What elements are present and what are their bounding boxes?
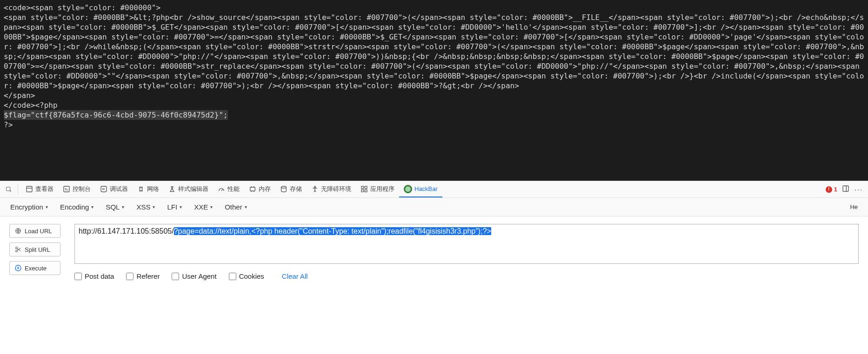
hackbar-body: Load URL Split URL Execute http://61.147… — [0, 216, 868, 354]
menu-label: SQL — [106, 203, 120, 211]
tab-label: 网络 — [147, 185, 159, 193]
tab-performance[interactable]: 性能 — [213, 181, 244, 197]
devtools-panel: 查看器 控制台 调试器 网络 样式编辑器 性能 内存 存储 — [0, 181, 868, 354]
styles-icon — [168, 185, 176, 193]
svg-rect-4 — [250, 187, 255, 191]
tab-inspector[interactable]: 查看器 — [21, 181, 58, 197]
svg-rect-1 — [27, 186, 32, 192]
chevron-down-icon: ▾ — [91, 204, 93, 210]
svg-point-6 — [314, 186, 316, 188]
menu-label: LFI — [167, 203, 177, 211]
accessibility-icon — [311, 185, 319, 193]
cookies-checkbox[interactable]: Cookies — [229, 272, 264, 280]
menu-other[interactable]: Other▾ — [225, 203, 247, 211]
tab-styles[interactable]: 样式编辑器 — [164, 181, 213, 197]
tab-label: 查看器 — [35, 185, 53, 193]
toolbar-right: ! 1 ⋯ — [826, 184, 864, 195]
code-line: <code><span style="color: #000000"> — [4, 3, 864, 13]
toolbar-leading — [4, 184, 18, 195]
menu-label: Encryption — [10, 203, 43, 211]
tab-debugger[interactable]: 调试器 — [95, 181, 133, 197]
svg-rect-8 — [365, 186, 367, 189]
menu-xxe[interactable]: XXE▾ — [194, 203, 213, 211]
load-url-button[interactable]: Load URL — [9, 224, 60, 238]
tab-hackbar[interactable]: HackBar — [399, 181, 442, 197]
storage-icon — [280, 185, 287, 193]
url-prefix: http://61.147.171.105:58505/ — [79, 227, 174, 235]
tab-accessibility[interactable]: 无障碍环境 — [307, 181, 356, 197]
useragent-checkbox[interactable]: User Agent — [172, 272, 216, 280]
tab-network[interactable]: 网络 — [133, 181, 164, 197]
hackbar-toolbar: Encryption▾ Encoding▾ SQL▾ XSS▾ LFI▾ XXE… — [0, 198, 868, 216]
tab-label: 调试器 — [110, 185, 128, 193]
scissors-icon — [14, 246, 22, 253]
option-label: Cookies — [239, 272, 264, 280]
hackbar-actions: Load URL Split URL Execute — [9, 224, 65, 354]
tab-label: 无障碍环境 — [321, 185, 351, 193]
option-label: Referer — [136, 272, 160, 280]
dock-side-icon[interactable] — [842, 185, 849, 194]
warning-icon: ! — [826, 186, 832, 193]
hackbar-panel: Encryption▾ Encoding▾ SQL▾ XSS▾ LFI▾ XXE… — [0, 198, 868, 354]
tab-label: 内存 — [259, 185, 271, 193]
page-content: <code><span style="color: #000000"> <spa… — [0, 0, 868, 181]
more-icon[interactable]: ⋯ — [854, 184, 862, 195]
referer-checkbox[interactable]: Referer — [126, 272, 160, 280]
menu-sql[interactable]: SQL▾ — [106, 203, 124, 211]
button-label: Split URL — [25, 246, 50, 253]
svg-rect-11 — [843, 186, 848, 191]
apps-icon — [361, 185, 368, 193]
tab-label: 存储 — [290, 185, 302, 193]
svg-rect-7 — [361, 186, 364, 189]
menu-label: XXE — [194, 203, 208, 211]
tab-label: 样式编辑器 — [178, 185, 208, 193]
menu-label: XSS — [136, 203, 150, 211]
tab-label: HackBar — [414, 185, 438, 192]
menu-xss[interactable]: XSS▾ — [136, 203, 155, 211]
postdata-checkbox[interactable]: Post data — [74, 272, 114, 280]
performance-icon — [218, 185, 225, 193]
pick-element-icon[interactable] — [4, 184, 14, 195]
help-truncated[interactable]: He — [850, 203, 858, 210]
chevron-down-icon: ▾ — [46, 204, 48, 210]
tab-apps[interactable]: 应用程序 — [356, 181, 399, 197]
chevron-down-icon: ▾ — [122, 204, 124, 210]
svg-point-5 — [281, 186, 287, 188]
menu-encoding[interactable]: Encoding▾ — [60, 203, 94, 211]
chevron-down-icon: ▾ — [153, 204, 155, 210]
menu-encryption[interactable]: Encryption▾ — [10, 203, 48, 211]
warning-count[interactable]: ! 1 — [826, 186, 837, 193]
hackbar-main: http://61.147.171.105:58505/?page=data:/… — [74, 224, 859, 354]
tab-memory[interactable]: 内存 — [244, 181, 275, 197]
code-line: </code><?php — [4, 100, 864, 110]
option-label: Post data — [85, 272, 114, 280]
play-icon — [14, 264, 22, 272]
globe-icon — [14, 227, 22, 235]
split-url-button[interactable]: Split URL — [9, 243, 60, 256]
execute-button[interactable]: Execute — [9, 261, 60, 275]
clear-all-link[interactable]: Clear All — [282, 272, 308, 280]
network-icon — [137, 185, 145, 193]
flag-line: $flag="ctf{876a5fca-96c6-4cbd-9075-46f0c… — [4, 110, 228, 120]
request-options: Post data Referer User Agent Cookies Cle… — [74, 272, 859, 280]
code-line: ?> — [4, 120, 864, 130]
tab-console[interactable]: 控制台 — [58, 181, 95, 197]
menu-label: Other — [225, 203, 242, 211]
debugger-icon — [100, 185, 107, 193]
code-line: <span style="color: #0000BB">&lt;?php<br… — [4, 13, 864, 91]
menu-lfi[interactable]: LFI▾ — [167, 203, 182, 211]
inspector-icon — [26, 185, 33, 193]
button-label: Load URL — [25, 228, 52, 235]
code-line: </span> — [4, 91, 864, 100]
tab-label: 应用程序 — [370, 185, 394, 193]
url-selected: ?page=data://text/plain,<?php header("Co… — [174, 227, 491, 235]
tab-storage[interactable]: 存储 — [275, 181, 307, 197]
devtools-toolbar: 查看器 控制台 调试器 网络 样式编辑器 性能 内存 存储 — [0, 181, 868, 198]
hackbar-icon — [404, 185, 412, 193]
chevron-down-icon: ▾ — [210, 204, 213, 210]
url-input[interactable]: http://61.147.171.105:58505/?page=data:/… — [74, 224, 859, 264]
option-label: User Agent — [182, 272, 216, 280]
console-icon — [63, 185, 70, 193]
tab-label: 控制台 — [73, 185, 91, 193]
memory-icon — [249, 185, 256, 193]
